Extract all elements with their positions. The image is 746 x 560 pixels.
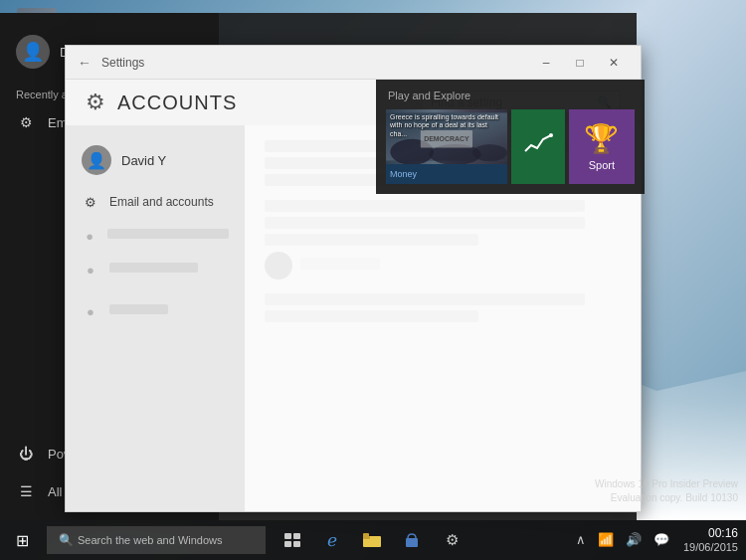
- placeholder-icon-2: ●: [82, 261, 99, 279]
- taskbar: ⊞ 🔍 Search the web and Windows ℯ: [0, 520, 746, 560]
- taskbar-search-bar[interactable]: 🔍 Search the web and Windows: [47, 526, 266, 554]
- trophy-icon: 🏆: [584, 122, 619, 155]
- start-button[interactable]: ⊞: [0, 520, 45, 560]
- tile-money-label: Money: [390, 169, 417, 179]
- placeholder-icon-3: ●: [82, 302, 99, 320]
- minimize-button[interactable]: –: [531, 52, 561, 74]
- svg-rect-8: [284, 533, 291, 539]
- tile-money[interactable]: [511, 109, 565, 184]
- settings-user-name: David Y: [121, 153, 166, 168]
- tile-news-bottom: Money: [386, 164, 507, 184]
- task-view-button[interactable]: [274, 520, 311, 560]
- settings-item-placeholder-3[interactable]: ●: [66, 294, 245, 328]
- titlebar: ← Settings – □ ✕: [66, 46, 641, 80]
- power-icon: ⏻: [16, 444, 36, 464]
- watermark-line1: Windows 10 Pro Insider Preview: [595, 477, 738, 491]
- store-icon[interactable]: [393, 520, 431, 560]
- clock-time: 00:16: [683, 526, 738, 540]
- tile-news-headline: Greece is spiralling towards default wit…: [390, 113, 503, 138]
- watermark-line2: Evaluation copy. Build 10130: [595, 491, 738, 505]
- tiles-section-title: Play and Explore: [386, 90, 635, 101]
- search-icon-small: 🔍: [59, 533, 74, 547]
- tile-news[interactable]: DEMOCRACY Greece is spiralling towards d…: [386, 109, 507, 184]
- email-accounts-settings-label: Email and accounts: [109, 195, 214, 209]
- network-icon[interactable]: 📶: [594, 532, 618, 547]
- notification-icon[interactable]: 💬: [650, 532, 673, 547]
- chevron-up-icon[interactable]: ∧: [572, 532, 590, 547]
- tile-sport[interactable]: 🏆 Sport: [569, 109, 635, 184]
- maximize-button[interactable]: □: [565, 52, 595, 74]
- window-controls: – □ ✕: [531, 52, 629, 74]
- settings-item-email[interactable]: ⚙ Email and accounts: [66, 185, 245, 219]
- taskbar-tray: ∧ 📶 🔊 💬 00:16 19/06/2015: [572, 526, 746, 554]
- edge-icon[interactable]: ℯ: [313, 520, 351, 560]
- watermark: Windows 10 Pro Insider Preview Evaluatio…: [595, 477, 738, 505]
- apps-icon: ☰: [16, 481, 36, 501]
- close-button[interactable]: ✕: [599, 52, 629, 74]
- settings-taskbar-icon[interactable]: ⚙: [433, 520, 470, 560]
- clock-date: 19/06/2015: [683, 541, 738, 554]
- placeholder-icon-1: ●: [82, 227, 97, 245]
- file-explorer-icon[interactable]: [353, 520, 391, 560]
- tiles-row: DEMOCRACY Greece is spiralling towards d…: [386, 109, 635, 184]
- email-settings-icon: ⚙: [82, 193, 99, 211]
- svg-rect-14: [363, 533, 369, 537]
- desktop: 🗑 Recycle Bin 👤 David Y Recently added ⚙…: [0, 0, 746, 560]
- settings-section-3: [265, 293, 621, 322]
- gear-icon: ⚙: [16, 112, 36, 132]
- avatar: 👤: [16, 35, 50, 69]
- taskbar-icons: ℯ ⚙: [274, 520, 470, 560]
- volume-icon[interactable]: 🔊: [622, 532, 646, 547]
- system-clock[interactable]: 00:16 19/06/2015: [683, 526, 738, 554]
- settings-item-placeholder-1[interactable]: ●: [66, 219, 245, 253]
- svg-rect-11: [293, 541, 300, 547]
- settings-user[interactable]: 👤 David Y: [66, 135, 245, 185]
- settings-section-2: [265, 200, 621, 280]
- back-button[interactable]: ←: [78, 55, 92, 71]
- settings-item-placeholder-2[interactable]: ●: [66, 253, 245, 286]
- svg-rect-10: [284, 541, 291, 547]
- taskbar-search-placeholder: Search the web and Windows: [78, 534, 223, 546]
- titlebar-title: Settings: [101, 56, 531, 70]
- svg-point-7: [549, 133, 553, 137]
- svg-rect-15: [406, 538, 418, 547]
- start-tiles: Play and Explore: [376, 80, 645, 194]
- svg-point-4: [472, 144, 507, 161]
- sport-label: Sport: [589, 159, 615, 171]
- settings-gear-icon: ⚙: [86, 90, 105, 115]
- settings-avatar: 👤: [82, 145, 111, 175]
- settings-sidebar: 👤 David Y ⚙ Email and accounts ● ● ●: [66, 125, 245, 511]
- svg-rect-9: [293, 533, 300, 539]
- chart-icon: [523, 131, 553, 161]
